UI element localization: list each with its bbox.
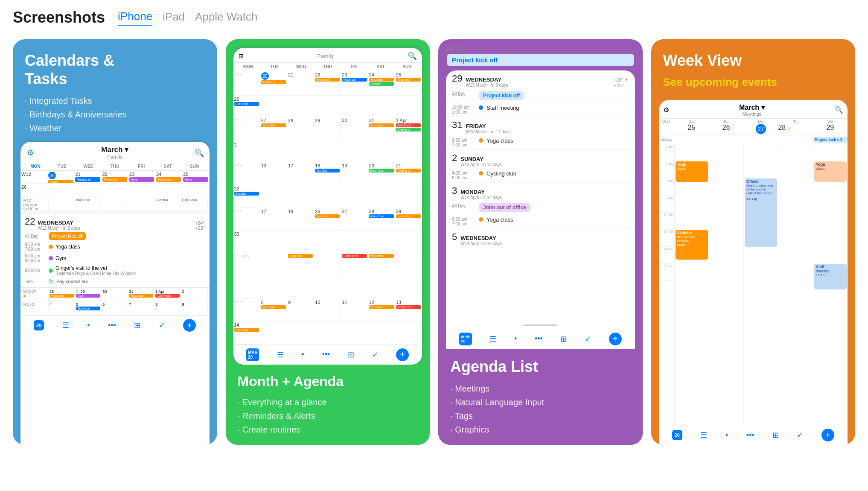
- card-4-subtitle: See upcoming events: [663, 76, 844, 89]
- week-dow-su: Su 26: [709, 120, 743, 134]
- cal-month-title: March ▾: [101, 145, 128, 154]
- event-yoga[interactable]: 6:30 am7:00 am Yoga class: [25, 242, 205, 251]
- grid-icon[interactable]: ⊞: [239, 53, 244, 59]
- week-dow-sa: Sa 25: [674, 120, 709, 134]
- tab-apple-watch[interactable]: Apple Watch: [195, 10, 257, 25]
- tab-iphone[interactable]: iPhone: [118, 10, 152, 26]
- toolbar-date-badge-3[interactable]: MAR20: [459, 333, 472, 345]
- week-event-yoga-sa[interactable]: Yoga class: [676, 161, 708, 182]
- month-row-w13: W13 27Yoga clas 28 29 30 31Yoga clas 1 A…: [233, 117, 422, 163]
- toolbar-add-btn-3[interactable]: +: [609, 333, 622, 345]
- toolbar-grid-btn[interactable]: ⊞: [134, 321, 140, 330]
- toolbar-date-badge-4[interactable]: 20: [672, 430, 682, 440]
- cal-grid-1: W12 20 Gym 21 Renew m 22 Project ki 23 G…: [20, 171, 210, 196]
- phone-mock-2: ⊞ Family 🔍 MON TUE WED THU FRI SAT SUN: [233, 48, 422, 365]
- week-col-mo: Offsite Need to stop over at the mall to…: [743, 144, 778, 425]
- card-4-text: Week View See upcoming events: [651, 39, 856, 100]
- toolbar-more-btn-2[interactable]: •••: [322, 350, 330, 359]
- toolbar-grid-btn-2[interactable]: ⊞: [348, 350, 354, 359]
- all-day-label-3: All Day: [447, 45, 634, 52]
- cal-cell[interactable]: 21 Renew m: [74, 171, 101, 184]
- feature-1: Integrated Tasks: [25, 94, 205, 108]
- event-ginger[interactable]: 6:00 pm Ginger's visit to the vet Batter…: [25, 265, 205, 276]
- cal-cell[interactable]: 22 Project ki: [102, 171, 128, 184]
- toolbar-dot-btn-3[interactable]: •: [514, 334, 517, 343]
- toolbar-more-btn-4[interactable]: •••: [746, 431, 754, 440]
- week-col-tu: [778, 144, 813, 425]
- card-2-text: Month + Agenda Everything at a glance Re…: [226, 365, 430, 445]
- event-dot: [49, 256, 53, 260]
- toolbar-1: 20 ☰ • ••• ⊞ ✓ +: [20, 315, 210, 335]
- cal-cell[interactable]: W12: [20, 171, 47, 184]
- task-name: Pay council tax: [56, 279, 88, 284]
- toolbar-check-btn-4[interactable]: ✓: [797, 430, 803, 440]
- week-dow-we: We 29: [813, 120, 848, 134]
- week-event-staff[interactable]: Staff meeting 12-1p: [814, 264, 847, 289]
- search-icon[interactable]: 🔍: [195, 148, 204, 158]
- toolbar-grid-btn-4[interactable]: ⊞: [772, 430, 779, 440]
- toolbar-check-btn-3[interactable]: ✓: [585, 334, 591, 344]
- week-dow-mo: Mo 27: [743, 120, 778, 134]
- week-col-we: Yoga class Staff meeting 12-1p: [813, 144, 848, 425]
- week-col-sa: Yoga class Skatebo ard lesson Berkeley S…: [674, 144, 709, 425]
- day-31-yoga[interactable]: 6:30 am7:00 am Yoga class: [446, 135, 635, 150]
- toolbar-check-btn-2[interactable]: ✓: [372, 350, 379, 359]
- dow-mon: MON: [22, 163, 49, 170]
- tab-ipad[interactable]: iPad: [163, 10, 185, 25]
- toolbar-dot-btn[interactable]: •: [87, 321, 90, 330]
- toolbar-more-btn[interactable]: •••: [108, 321, 116, 330]
- day-3-yoga[interactable]: 6:30 am7:00 am Yoga class: [446, 214, 635, 229]
- task-row: Task ↻ Pay council tax: [25, 278, 205, 285]
- week-month-title: March ▾: [739, 103, 765, 111]
- toolbar-2: MAR20 ☰ • ••• ⊞ ✓ +: [233, 345, 422, 365]
- toolbar-check-btn[interactable]: ✓: [159, 321, 165, 330]
- week-col-su: [709, 144, 743, 425]
- toolbar-more-btn-3[interactable]: •••: [535, 334, 543, 343]
- month-row-w15: W15 17 18 26Yoga clas 27 28Arbor Day 29Y…: [233, 208, 422, 254]
- toolbar-dot-btn-2[interactable]: •: [302, 350, 304, 359]
- cal-cell[interactable]: 25 Gym: [182, 171, 209, 184]
- cal-cell[interactable]: 20 Gym: [47, 171, 74, 184]
- week-event-skate-sa[interactable]: Skatebo ard lesson Berkeley Skate: [676, 230, 708, 260]
- dow-sat: SAT: [154, 163, 181, 170]
- day-29-allday: All Day Project kick off: [446, 89, 635, 102]
- week-allday-row: all-day Project kick off: [659, 135, 848, 144]
- search-icon-4[interactable]: 🔍: [835, 106, 843, 114]
- settings-icon-4[interactable]: ⚙: [663, 106, 669, 114]
- event-gym[interactable]: 6:00 am8:00 am Gym: [25, 254, 205, 263]
- settings-icon[interactable]: ⚙: [26, 148, 35, 158]
- agenda-meta: W12 March · in 2 days: [38, 226, 80, 231]
- project-kickoff-event[interactable]: Project kick off: [447, 54, 634, 66]
- phone-mock-1: ⚙ March ▾ Family 🔍 MON TUE WED THU FRI S…: [20, 142, 210, 445]
- cal-cell[interactable]: 23 Gym: [128, 171, 155, 184]
- day-2-cycling[interactable]: 4:00 pm6:00 pm Cycling club: [446, 168, 635, 183]
- search-icon-2[interactable]: 🔍: [408, 51, 417, 61]
- toolbar-dot-btn-4[interactable]: •: [725, 431, 728, 440]
- toolbar-date-badge-2[interactable]: MAR20: [246, 348, 259, 361]
- toolbar-list-btn-3[interactable]: ☰: [489, 334, 496, 344]
- toolbar-list-btn-2[interactable]: ☰: [277, 350, 284, 359]
- week-allday-event[interactable]: Project kick off: [813, 137, 848, 143]
- toolbar-add-btn-2[interactable]: +: [396, 348, 409, 361]
- feature-2: Birthdays & Anniversaries: [25, 108, 205, 121]
- day-29-staff[interactable]: 12:00 pm1:00 pm Staff meeting: [446, 102, 635, 117]
- feature-3: Weather: [25, 121, 205, 135]
- week-event-yoga-we[interactable]: Yoga class: [814, 161, 847, 182]
- week-event-offsite[interactable]: Offsite Need to stop over at the mall to…: [745, 178, 777, 247]
- allday-event[interactable]: Project kick off: [49, 232, 86, 240]
- toolbar-grid-btn-3[interactable]: ⊞: [560, 334, 567, 344]
- kickoff-chip[interactable]: Project kick off: [479, 91, 524, 100]
- week-phone: ⚙ March ▾ Meetings 🔍 W12 Sa 25 Su 26: [659, 100, 848, 445]
- john-chip[interactable]: John out of office: [479, 203, 530, 212]
- toolbar-date-badge[interactable]: 20: [34, 320, 44, 330]
- cal-cell[interactable]: 24 Yoga clas: [155, 171, 182, 184]
- toolbar-add-btn-4[interactable]: +: [821, 429, 834, 441]
- cal-cell[interactable]: 26: [20, 184, 47, 196]
- toolbar-list-btn-4[interactable]: ☰: [700, 430, 707, 440]
- allday-row: All Day Project kick off: [25, 232, 205, 240]
- toolbar-list-btn[interactable]: ☰: [62, 321, 69, 330]
- toolbar-4: 20 ☰ • ••• ⊞ ✓ +: [659, 425, 848, 445]
- cal-header-1: ⚙ March ▾ Family 🔍: [20, 142, 210, 162]
- week-body: 6 am 7 am 8 am 9 am 10 am 11 am Noon 1 p…: [659, 144, 848, 425]
- toolbar-add-btn[interactable]: +: [183, 319, 196, 332]
